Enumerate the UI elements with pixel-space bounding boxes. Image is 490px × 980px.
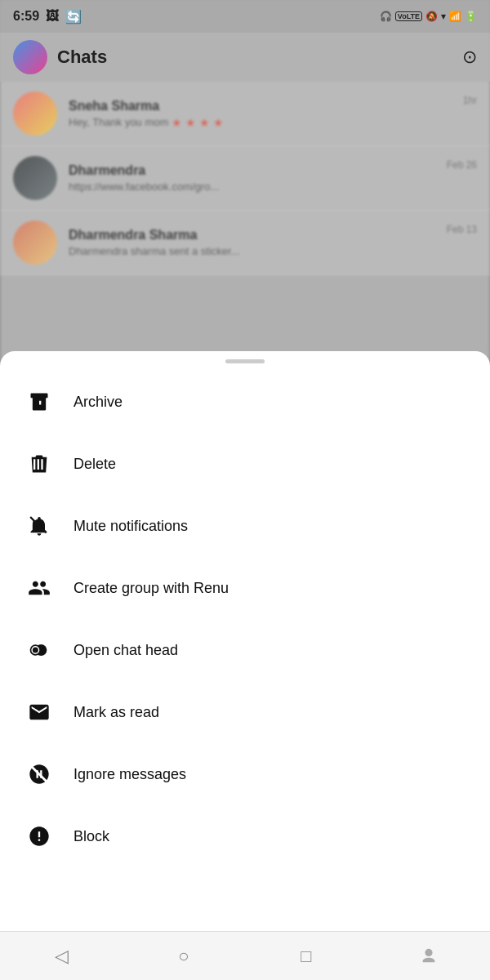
page-title: Chats xyxy=(57,47,462,68)
menu-item-ignore[interactable]: Ignore messages xyxy=(0,743,490,805)
chat-item-2: Dharmendra https://www.facebook.com/gro.… xyxy=(0,146,490,211)
archive-label: Archive xyxy=(74,394,122,411)
menu-item-mark-read[interactable]: Mark as read xyxy=(0,681,490,743)
chat-msg-1: Hey, Thank you mom ★★★★ xyxy=(69,116,463,129)
avatar-1 xyxy=(13,91,57,136)
chat-msg-2: https://www.facebook.com/gro... xyxy=(69,180,447,193)
menu-item-open-chat-head[interactable]: Open chat head xyxy=(0,619,490,681)
chat-name-1: Sneha Sharma xyxy=(69,99,463,114)
drag-handle xyxy=(225,359,265,363)
chat-msg-3: Dharmendra sharma sent a sticker... xyxy=(69,245,447,257)
create-group-label: Create group with Renu xyxy=(74,580,229,597)
mark-read-label: Mark as read xyxy=(74,704,159,721)
volte-badge: VoLTE xyxy=(395,11,422,21)
header-avatar xyxy=(13,40,47,74)
chat-time-3: Feb 13 xyxy=(447,224,477,235)
status-bar: 6:59 🖼 🔄 🎧 VoLTE 🔕 ▾ 📶 🔋 xyxy=(0,0,490,33)
mute-notifications-icon xyxy=(24,511,54,541)
drag-handle-area xyxy=(0,351,490,371)
wifi-icon: ▾ xyxy=(441,11,446,22)
status-bar-right: 🎧 VoLTE 🔕 ▾ 📶 🔋 xyxy=(380,11,477,22)
recent-apps-button[interactable]: □ xyxy=(286,936,327,977)
time-display: 6:59 xyxy=(13,9,39,24)
context-menu: Archive Delete Mute notifications Create… xyxy=(0,371,490,931)
signal-icon: 📶 xyxy=(449,11,461,22)
menu-item-create-group[interactable]: Create group with Renu xyxy=(0,557,490,619)
status-bar-left: 6:59 🖼 🔄 xyxy=(13,9,82,24)
mark-read-icon xyxy=(24,697,54,727)
chat-item-1: Sneha Sharma Hey, Thank you mom ★★★★ 1hr xyxy=(0,82,490,146)
ignore-label: Ignore messages xyxy=(74,766,186,783)
chat-item-3: Dharmendra Sharma Dharmendra sharma sent… xyxy=(0,211,490,275)
nav-bar: ◁ ○ □ xyxy=(0,931,490,980)
chat-name-3: Dharmendra Sharma xyxy=(69,228,447,243)
battery-icon: 🔋 xyxy=(465,11,477,22)
chat-time-2: Feb 26 xyxy=(447,159,477,171)
avatar-2 xyxy=(13,156,57,200)
mute-icon: 🔕 xyxy=(425,11,438,22)
chat-item-info-1: Sneha Sharma Hey, Thank you mom ★★★★ xyxy=(69,99,463,129)
menu-item-delete[interactable]: Delete xyxy=(0,433,490,495)
gallery-icon: 🖼 xyxy=(46,9,59,24)
messenger-icon: 🔄 xyxy=(65,9,82,24)
archive-icon xyxy=(24,387,54,416)
open-chat-head-label: Open chat head xyxy=(74,642,178,659)
group-icon xyxy=(24,573,54,603)
block-label: Block xyxy=(74,828,109,845)
headphone-icon: 🎧 xyxy=(380,11,392,22)
ignore-icon xyxy=(24,760,54,789)
home-button[interactable]: ○ xyxy=(163,936,204,977)
menu-item-mute[interactable]: Mute notifications xyxy=(0,495,490,557)
chat-list: Sneha Sharma Hey, Thank you mom ★★★★ 1hr… xyxy=(0,82,490,275)
svg-point-2 xyxy=(33,648,38,653)
chat-time-1: 1hr xyxy=(463,95,477,106)
back-button[interactable]: ◁ xyxy=(41,936,82,977)
chat-head-icon xyxy=(24,635,54,665)
avatar-3 xyxy=(13,220,57,265)
menu-item-block[interactable]: Block xyxy=(0,805,490,867)
chat-item-info-2: Dharmendra https://www.facebook.com/gro.… xyxy=(69,163,447,193)
chat-name-2: Dharmendra xyxy=(69,163,447,178)
mute-label: Mute notifications xyxy=(74,518,188,535)
delete-label: Delete xyxy=(74,456,116,473)
delete-icon xyxy=(24,449,54,479)
menu-item-archive[interactable]: Archive xyxy=(0,371,490,433)
chat-item-info-3: Dharmendra Sharma Dharmendra sharma sent… xyxy=(69,228,447,257)
assist-button[interactable] xyxy=(408,936,449,977)
block-icon xyxy=(24,822,54,851)
camera-icon[interactable]: ⊙ xyxy=(462,47,477,68)
chat-header: Chats ⊙ xyxy=(0,33,490,82)
